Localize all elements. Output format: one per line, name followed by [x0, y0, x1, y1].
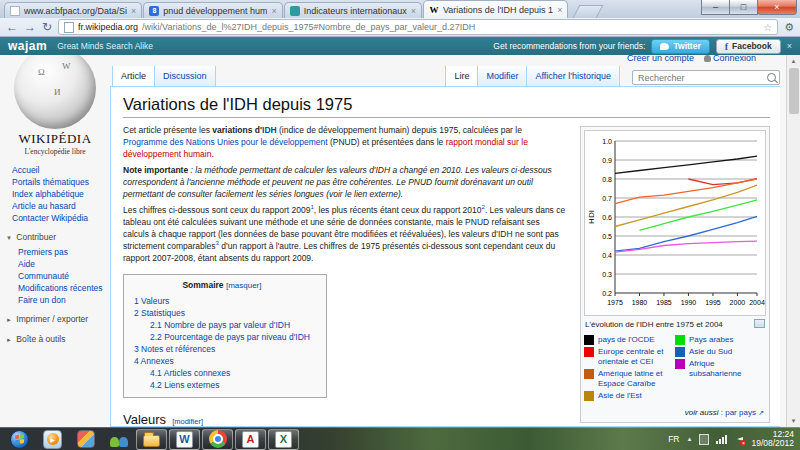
toc-item[interactable]: 4.2 Liens externes — [134, 379, 310, 391]
browser-tab[interactable]: 8pnud développement hum× — [143, 2, 282, 18]
collapse-icon: ▼ — [6, 235, 12, 241]
sidebar-item-index-alphab-tique[interactable]: Index alphabétique — [12, 188, 106, 200]
word-icon[interactable]: W — [169, 429, 200, 450]
scrollbar-thumb[interactable] — [789, 68, 799, 114]
edit-section-link[interactable]: [modifier] — [172, 417, 203, 426]
legend-label[interactable]: Europe centrale et orientale et CEI — [598, 347, 675, 367]
sidebar-item-communaut-[interactable]: Communauté — [18, 270, 106, 282]
svg-text:0.9: 0.9 — [602, 157, 612, 164]
tab-article[interactable]: Article — [112, 66, 154, 87]
legend-label[interactable]: pays de l'OCDE — [598, 335, 655, 345]
search-box[interactable] — [632, 70, 780, 85]
chart-legend: pays de l'OCDEEurope centrale et orienta… — [584, 333, 766, 403]
legend-label[interactable]: Asie du Sud — [689, 347, 732, 357]
facebook-button[interactable]: fFacebook — [716, 39, 781, 54]
chrome-icon[interactable] — [202, 429, 233, 450]
twitter-button[interactable]: Twitter — [651, 39, 709, 54]
legend-label[interactable]: Asie de l'Est — [598, 391, 642, 401]
messenger-icon[interactable] — [103, 429, 134, 450]
reload-icon[interactable]: ↻ — [42, 21, 52, 33]
network-icon[interactable] — [716, 435, 727, 444]
login-link[interactable]: Connexion — [704, 55, 756, 63]
start-button[interactable] — [4, 429, 35, 450]
tab-afficher-l-historique[interactable]: Afficher l'historique — [526, 66, 620, 87]
legend-label[interactable]: Afrique subsaharienne — [689, 359, 766, 379]
tab-close-icon[interactable]: × — [271, 6, 276, 16]
sidebar-item-article-au-hasard[interactable]: Article au hasard — [12, 200, 106, 212]
hidden-icons-icon[interactable]: ▲ — [687, 436, 693, 442]
article-head: ArticleDiscussion LireModifierAfficher l… — [110, 63, 780, 87]
sidebar-item-accueil[interactable]: Accueil — [12, 164, 106, 176]
adobe-reader-icon[interactable]: A — [235, 429, 266, 450]
bookmark-star-icon[interactable]: ☆ — [763, 22, 772, 33]
wiki-link[interactable]: Programme des Nations Unies pour le déve… — [123, 137, 328, 147]
legend-label[interactable]: Amérique latine et Espace Caraïbe — [598, 369, 675, 389]
svg-text:HDI: HDI — [587, 210, 596, 224]
excel-icon[interactable]: X — [268, 429, 299, 450]
window-close-icon[interactable]: × — [757, 0, 797, 15]
window-maximize-icon[interactable]: □ — [729, 0, 758, 15]
tab-close-icon[interactable]: × — [411, 6, 416, 16]
address-bar[interactable]: fr.wikipedia.org /wiki/Variations_de_l%2… — [58, 19, 778, 35]
tab-lire[interactable]: Lire — [445, 66, 477, 87]
enlarge-icon[interactable] — [754, 319, 765, 328]
scroll-down-icon[interactable]: ▼ — [787, 415, 800, 427]
back-icon[interactable]: ← — [6, 21, 18, 33]
system-tray: FR ▲ × 12:24 19/08/2012 — [668, 430, 796, 448]
series-pays-de-l-ocde — [615, 156, 757, 173]
hdi-chart-image[interactable]: 1.00.90.80.70.60.50.40.30.21975198019851… — [584, 130, 766, 316]
sidebar-item-premiers-pas[interactable]: Premiers pas — [18, 246, 106, 258]
search-icon[interactable] — [767, 73, 776, 82]
sidebar-item-faire-un-don[interactable]: Faire un don — [18, 294, 106, 306]
tab-close-icon[interactable]: × — [557, 5, 562, 15]
window-minimize-icon[interactable]: – — [701, 0, 730, 15]
toc-item[interactable]: 1 Valeurs — [134, 295, 310, 307]
legend-label[interactable]: Pays arabes — [689, 335, 733, 345]
tab-discussion[interactable]: Discussion — [154, 66, 216, 87]
clock[interactable]: 12:24 19/08/2012 — [751, 430, 794, 448]
explorer-icon[interactable] — [136, 429, 167, 450]
search-input[interactable] — [636, 72, 767, 84]
browser-tabs: www.acbfpact.org/Data/Si×8pnud développe… — [4, 0, 569, 18]
tab-close-icon[interactable]: × — [131, 6, 136, 16]
create-account-link[interactable]: Créer un compte — [627, 55, 694, 63]
sidebar-item-modifications-r-centes[interactable]: Modifications récentes — [18, 282, 106, 294]
language-indicator[interactable]: FR — [668, 434, 679, 444]
wikipedia-wordmark[interactable]: WIKIPÉDIA — [0, 131, 110, 147]
sidebar-section-bo-te-outils[interactable]: ► Boîte à outils — [6, 334, 110, 346]
see-also-link[interactable]: par pays — [725, 408, 756, 417]
sidebar-item-contacter-wikip-dia[interactable]: Contacter Wikipédia — [12, 212, 106, 224]
toc-toggle-link[interactable]: [masquer] — [226, 281, 262, 290]
action-center-icon[interactable] — [699, 434, 709, 445]
start-orb — [10, 430, 29, 449]
sidebar-section-contribuer[interactable]: ▼ Contribuer — [6, 232, 110, 244]
sidebar-item-aide[interactable]: Aide — [18, 258, 106, 270]
toc-item[interactable]: 2.2 Pourcentage de pays par niveau d'IDH — [134, 331, 310, 343]
wikipedia-globe-logo[interactable]: ΩWИ — [14, 55, 96, 129]
forward-icon[interactable]: → — [24, 21, 36, 33]
volume-muted-icon[interactable]: × — [734, 435, 744, 444]
toc-item[interactable]: 3 Notes et références — [134, 343, 310, 355]
wiki-link[interactable]: IDH — [262, 125, 277, 135]
wrench-menu-icon[interactable]: ⚙ — [784, 21, 794, 34]
new-tab-button[interactable] — [573, 5, 604, 18]
url-path: /wiki/Variations_de_l%27IDH_depuis_1975#… — [142, 22, 475, 32]
toc-item[interactable]: 4.1 Articles connexes — [134, 367, 310, 379]
browser-tab[interactable]: Indicateurs internationaux× — [284, 2, 422, 18]
scroll-up-icon[interactable]: ▲ — [787, 55, 800, 67]
legend-swatch — [584, 369, 594, 379]
vertical-scrollbar[interactable]: ▲ ▼ — [786, 55, 800, 427]
browser-tab[interactable]: WVariations de l'IDH depuis 1× — [423, 0, 568, 18]
sidebar-section-imprimer-exporter[interactable]: ► Imprimer / exporter — [6, 314, 110, 326]
toc-item[interactable]: 4 Annexes — [134, 355, 310, 367]
tab-modifier[interactable]: Modifier — [477, 66, 526, 87]
browser-tab[interactable]: www.acbfpact.org/Data/Si× — [4, 2, 142, 18]
toc-item[interactable]: 2 Statistiques — [134, 307, 310, 319]
series-asie-du-sud — [615, 216, 757, 251]
sidebar-item-portails-th-matiques[interactable]: Portails thématiques — [12, 176, 106, 188]
legend-swatch — [675, 335, 685, 345]
wajam-close-icon[interactable]: × — [787, 41, 792, 51]
msn-icon[interactable] — [70, 429, 101, 450]
media-player-icon[interactable]: ▶ — [37, 429, 68, 450]
toc-item[interactable]: 2.1 Nombre de pays par valeur d'IDH — [134, 319, 310, 331]
